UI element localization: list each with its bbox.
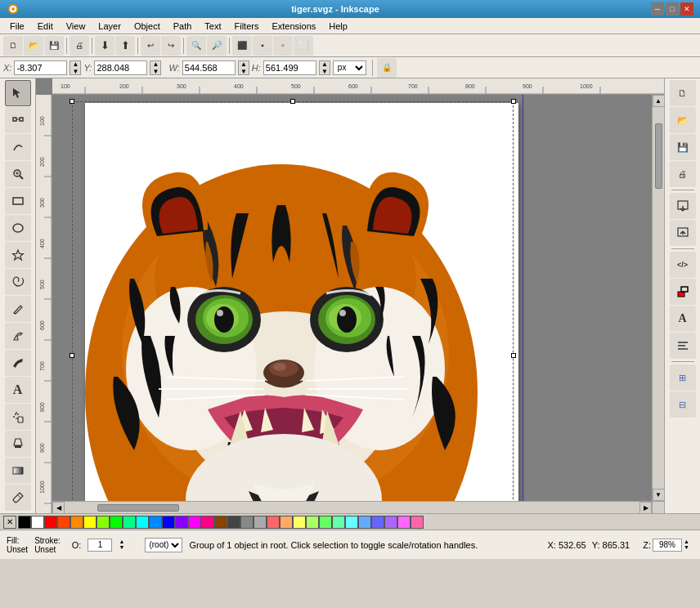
redo-button[interactable]: ↪ — [161, 36, 181, 56]
print-rt-button[interactable]: 🖨 — [670, 161, 696, 187]
node-tool-button[interactable] — [5, 107, 31, 133]
color-light-blue[interactable] — [358, 516, 371, 529]
select-tool-button[interactable] — [5, 80, 31, 106]
fill-stroke-button[interactable] — [670, 279, 696, 305]
snap-lines-button[interactable]: ⊟ — [670, 391, 696, 418]
menu-item-extensions[interactable]: Extensions — [265, 20, 322, 33]
menu-item-path[interactable]: Path — [167, 20, 199, 33]
color-magenta[interactable] — [188, 516, 201, 529]
open-rt-button[interactable]: 📂 — [670, 107, 696, 133]
color-light-cyan[interactable] — [345, 516, 358, 529]
xml-editor-button[interactable]: </> — [670, 252, 696, 278]
spiral-tool-button[interactable] — [5, 269, 31, 295]
zoom-in-button[interactable]: 🔍 — [186, 36, 206, 56]
color-orange-red[interactable] — [57, 516, 70, 529]
v-scrollbar[interactable]: ▲ ▼ — [652, 95, 664, 501]
x-input[interactable] — [14, 60, 67, 75]
zoom-input[interactable] — [653, 539, 682, 552]
print-button[interactable]: 🖨 — [70, 36, 89, 56]
menu-item-file[interactable]: File — [3, 20, 31, 33]
spray-tool-button[interactable] — [5, 404, 31, 430]
scroll-right-button[interactable]: ▶ — [639, 502, 652, 514]
v-scroll-thumb[interactable] — [655, 123, 662, 189]
tiger-illustration[interactable] — [52, 99, 518, 513]
save-rt-button[interactable]: 💾 — [670, 134, 696, 160]
circle-tool-button[interactable] — [5, 215, 31, 241]
color-light-green[interactable] — [319, 516, 332, 529]
menu-item-object[interactable]: Object — [128, 20, 167, 33]
star-tool-button[interactable] — [5, 242, 31, 268]
h-scroll-thumb[interactable] — [97, 504, 179, 512]
undo-button[interactable]: ↩ — [141, 36, 160, 56]
stroke-indicator[interactable]: Stroke: Unset — [34, 536, 61, 554]
fill-indicator[interactable]: Fill: Unset — [7, 536, 28, 554]
align-left-button[interactable]: ⬛ — [232, 36, 252, 56]
color-purple[interactable] — [175, 516, 188, 529]
align-right-button[interactable]: ▫ — [273, 36, 293, 56]
open-button[interactable]: 📂 — [24, 36, 43, 56]
y-spinner[interactable]: ▲▼ — [150, 60, 161, 75]
menu-item-text[interactable]: Text — [198, 20, 227, 33]
color-yellow[interactable] — [83, 516, 96, 529]
canvas-area[interactable]: 100 200 300 400 500 600 700 800 900 1000 — [36, 78, 664, 513]
menu-item-edit[interactable]: Edit — [31, 20, 60, 33]
color-lavender[interactable] — [384, 516, 397, 529]
unit-select[interactable]: px mm in — [333, 60, 366, 75]
scroll-left-button[interactable]: ◀ — [52, 502, 65, 514]
color-yellow-green[interactable] — [96, 516, 110, 529]
calligraphy-tool-button[interactable] — [5, 350, 31, 376]
color-light-red[interactable] — [267, 516, 280, 529]
h-scrollbar[interactable]: ◀ ▶ — [52, 501, 652, 513]
dropper-tool-button[interactable] — [5, 485, 31, 511]
w-spinner[interactable]: ▲▼ — [238, 60, 249, 75]
distribute-button[interactable]: ⬜ — [294, 36, 313, 56]
color-light-gray[interactable] — [254, 516, 267, 529]
zoom-tool-button[interactable] — [5, 161, 31, 187]
opacity-spinner[interactable]: ▲▼ — [119, 539, 128, 552]
zoom-spinner[interactable]: ▲▼ — [684, 539, 693, 552]
h-scroll-track[interactable] — [65, 503, 639, 512]
v-scroll-track[interactable] — [654, 107, 663, 489]
color-dark-gray[interactable] — [227, 516, 240, 529]
export-button[interactable]: ⬆ — [115, 36, 135, 56]
pencil-tool-button[interactable] — [5, 296, 31, 322]
save-button[interactable]: 💾 — [44, 36, 64, 56]
layer-select[interactable]: (root) — [145, 538, 182, 552]
color-periwinkle[interactable] — [371, 516, 384, 529]
text-tool-button[interactable]: A — [5, 377, 31, 403]
y-input[interactable] — [94, 60, 147, 75]
scroll-up-button[interactable]: ▲ — [653, 95, 665, 107]
bucket-tool-button[interactable] — [5, 431, 31, 457]
menu-item-view[interactable]: View — [60, 20, 92, 33]
tweak-tool-button[interactable] — [5, 134, 31, 160]
snap-grid-button[interactable]: ⊞ — [670, 364, 696, 391]
lock-aspect-button[interactable]: 🔒 — [377, 58, 397, 78]
maximize-button[interactable]: □ — [666, 2, 679, 16]
h-input[interactable] — [263, 60, 316, 75]
color-red[interactable] — [44, 516, 57, 529]
color-light-yellow[interactable] — [293, 516, 306, 529]
menu-item-layer[interactable]: Layer — [92, 20, 128, 33]
align-center-button[interactable]: ▪ — [253, 36, 272, 56]
color-green[interactable] — [110, 516, 123, 529]
minimize-button[interactable]: ─ — [651, 2, 664, 16]
color-gray[interactable] — [240, 516, 254, 529]
palette-x-button[interactable]: ✕ — [3, 516, 16, 529]
h-spinner[interactable]: ▲▼ — [319, 60, 330, 75]
color-teal[interactable] — [123, 516, 136, 529]
color-rose[interactable] — [411, 516, 424, 529]
pen-tool-button[interactable] — [5, 323, 31, 349]
canvas-content[interactable] — [52, 95, 664, 513]
color-blue[interactable] — [162, 516, 175, 529]
scroll-down-button[interactable]: ▼ — [653, 489, 665, 501]
import-rt-button[interactable] — [670, 193, 696, 219]
color-light-lime[interactable] — [306, 516, 319, 529]
color-pink[interactable] — [201, 516, 214, 529]
color-mint[interactable] — [332, 516, 345, 529]
menu-item-filters[interactable]: Filters — [228, 20, 266, 33]
zoom-out-button[interactable]: 🔎 — [207, 36, 227, 56]
color-sky[interactable] — [149, 516, 162, 529]
rect-tool-button[interactable] — [5, 188, 31, 214]
x-spinner[interactable]: ▲▼ — [70, 60, 81, 75]
color-orange[interactable] — [70, 516, 83, 529]
